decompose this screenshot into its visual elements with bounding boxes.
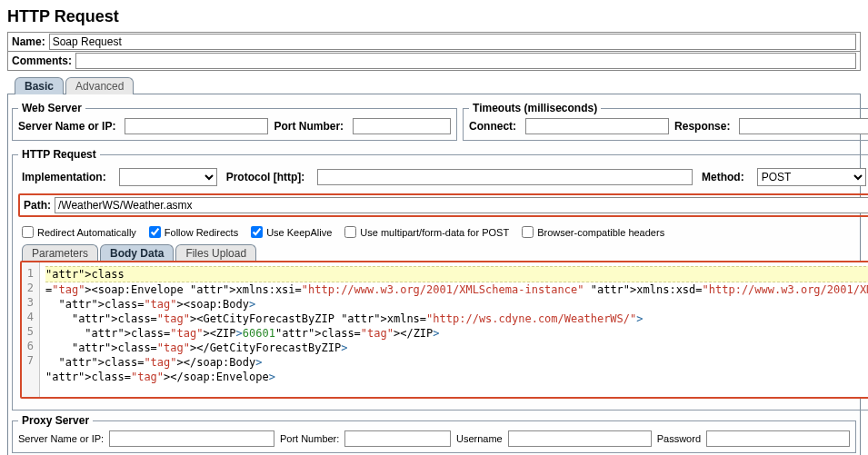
http-options-row: Redirect Automatically Follow Redirects … [18, 223, 868, 240]
proxy-password-label: Password [657, 433, 701, 444]
redirect-automatically-input[interactable] [22, 226, 34, 238]
proxy-port-input[interactable] [344, 430, 451, 447]
proxy-server-name-label: Server Name or IP: [18, 433, 104, 444]
use-multipart-label: Use multipart/form-data for POST [360, 227, 509, 238]
name-input[interactable] [49, 34, 856, 50]
browser-compatible-checkbox[interactable]: Browser-compatible headers [522, 226, 664, 238]
name-row: Name: [7, 32, 861, 52]
timeouts-legend: Timeouts (milliseconds) [469, 102, 601, 114]
name-label: Name: [12, 34, 49, 50]
http-request-fieldset: HTTP Request Implementation: Protocol [h… [12, 148, 868, 410]
page-title: HTTP Request [7, 7, 861, 26]
implementation-select[interactable] [119, 168, 217, 186]
subtab-body-data[interactable]: Body Data [100, 244, 174, 262]
http-request-legend: HTTP Request [18, 148, 100, 161]
response-input[interactable] [739, 118, 868, 134]
browser-compatible-label: Browser-compatible headers [537, 227, 664, 238]
connect-input[interactable] [525, 118, 669, 134]
protocol-label: Protocol [http]: [226, 169, 309, 185]
response-label: Response: [674, 118, 733, 134]
server-name-input[interactable] [125, 118, 268, 134]
web-server-legend: Web Server [18, 102, 85, 114]
redirect-automatically-label: Redirect Automatically [37, 227, 136, 238]
comments-input[interactable] [75, 53, 856, 69]
proxy-server-name-input[interactable] [109, 430, 274, 447]
redirect-automatically-checkbox[interactable]: Redirect Automatically [22, 226, 136, 238]
basic-panel: Web Server Server Name or IP: Port Numbe… [7, 94, 861, 455]
path-label: Path: [24, 197, 55, 213]
path-row-highlight: Path: [18, 193, 868, 217]
server-name-label: Server Name or IP: [18, 118, 119, 134]
body-subtabs: Parameters Body Data Files Upload [22, 243, 868, 261]
port-number-input[interactable] [353, 118, 451, 134]
proxy-password-input[interactable] [706, 430, 850, 447]
tab-basic[interactable]: Basic [15, 77, 64, 94]
browser-compatible-input[interactable] [522, 226, 534, 238]
tab-advanced[interactable]: Advanced [65, 77, 134, 94]
follow-redirects-checkbox[interactable]: Follow Redirects [149, 226, 238, 238]
proxy-server-fieldset: Proxy Server Server Name or IP: Port Num… [12, 414, 856, 453]
subtab-parameters[interactable]: Parameters [22, 244, 98, 262]
proxy-username-input[interactable] [508, 430, 652, 447]
proxy-username-label: Username [456, 433, 503, 444]
comments-row: Comments: [7, 52, 861, 71]
method-select[interactable]: POST [757, 168, 866, 186]
connect-label: Connect: [469, 118, 520, 134]
use-keepalive-label: Use KeepAlive [266, 227, 332, 238]
implementation-label: Implementation: [22, 169, 110, 185]
subtab-files-upload[interactable]: Files Upload [175, 244, 256, 262]
method-label: Method: [702, 169, 748, 185]
path-input[interactable] [55, 197, 868, 213]
body-data-editor[interactable]: "attr">class="tag"><soap:Envelope "attr"… [40, 262, 868, 397]
use-keepalive-checkbox[interactable]: Use KeepAlive [251, 226, 332, 238]
follow-redirects-input[interactable] [149, 226, 161, 238]
gutter: 1234567 [22, 262, 40, 397]
proxy-server-legend: Proxy Server [18, 414, 93, 427]
top-tabs: Basic Advanced [15, 76, 861, 94]
port-number-label: Port Number: [274, 118, 347, 134]
web-server-fieldset: Web Server Server Name or IP: Port Numbe… [12, 102, 457, 141]
timeouts-fieldset: Timeouts (milliseconds) Connect: Respons… [463, 102, 868, 141]
proxy-port-label: Port Number: [280, 433, 339, 444]
follow-redirects-label: Follow Redirects [165, 227, 238, 238]
comments-label: Comments: [12, 53, 75, 69]
use-multipart-checkbox[interactable]: Use multipart/form-data for POST [344, 226, 509, 238]
use-multipart-input[interactable] [344, 226, 356, 238]
body-data-editor-highlight: 1234567 "attr">class="tag"><soap:Envelop… [20, 261, 868, 399]
use-keepalive-input[interactable] [251, 226, 263, 238]
protocol-input[interactable] [317, 169, 693, 185]
